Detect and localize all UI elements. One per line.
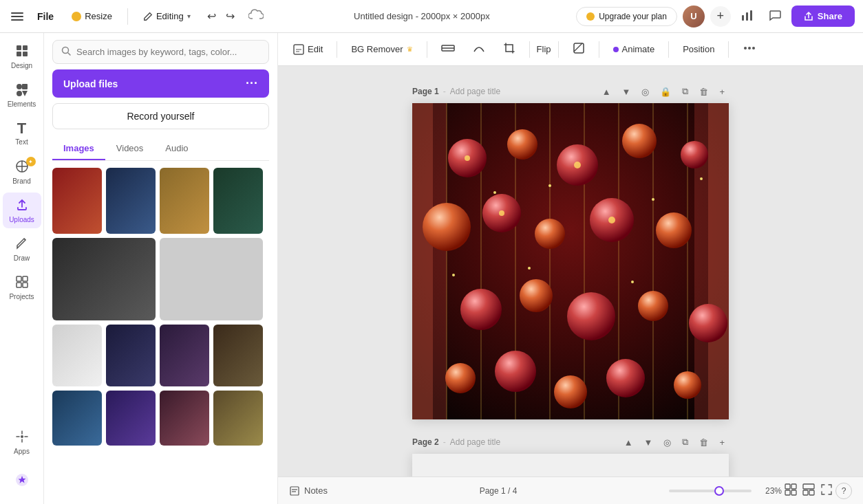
svg-point-44 xyxy=(423,203,471,251)
page-2-title-input[interactable]: Add page title xyxy=(450,437,500,447)
thumbnail-4[interactable] xyxy=(213,168,263,234)
editing-button[interactable]: Editing ▾ xyxy=(136,8,198,25)
thumbnail-3[interactable] xyxy=(160,168,209,234)
tab-audio[interactable]: Audio xyxy=(154,138,199,160)
main-area: Design Elements T Text xyxy=(0,33,863,504)
record-yourself-button[interactable]: Record yourself xyxy=(52,103,269,129)
layout-view-icon xyxy=(802,483,815,496)
page-1-up-button[interactable]: ▲ xyxy=(598,84,615,99)
sidebar-item-elements[interactable]: Elements xyxy=(3,77,41,113)
svg-rect-29 xyxy=(433,103,447,419)
page-2-copy-button[interactable]: ⧉ xyxy=(678,435,692,450)
page-1-visibility-button[interactable]: ◎ xyxy=(637,84,653,99)
page-1-label: Page 1 xyxy=(412,87,439,96)
analytics-button[interactable] xyxy=(736,4,758,29)
page-1-add-button[interactable]: + xyxy=(715,84,729,99)
grid-view-button[interactable] xyxy=(782,481,800,501)
svg-point-48 xyxy=(656,212,692,248)
svg-point-54 xyxy=(445,363,476,393)
tab-images[interactable]: Images xyxy=(52,138,105,160)
thumbnail-14[interactable] xyxy=(213,391,263,446)
svg-rect-4 xyxy=(23,45,28,50)
more-tools-button[interactable] xyxy=(736,37,763,62)
canvas-page-2[interactable]: Page 2 xyxy=(412,454,729,476)
svg-point-53 xyxy=(689,304,727,342)
thumbnail-9[interactable] xyxy=(160,325,209,386)
text-icon: T xyxy=(17,121,26,136)
hamburger-menu[interactable] xyxy=(8,10,26,23)
page-1-down-button[interactable]: ▼ xyxy=(618,84,635,99)
thumbnail-12[interactable] xyxy=(106,391,156,446)
search-input[interactable] xyxy=(76,47,260,57)
transparency-button[interactable] xyxy=(566,38,592,61)
page-1-title-input[interactable]: Add page title xyxy=(450,87,500,96)
svg-point-62 xyxy=(608,217,615,223)
thumbnail-13[interactable] xyxy=(160,391,209,446)
canvas-page-1[interactable] xyxy=(412,103,729,419)
undo-button[interactable]: ↩ xyxy=(203,6,220,27)
media-tabs: Images Videos Audio xyxy=(52,138,269,161)
cloud-save-button[interactable] xyxy=(244,5,268,28)
sidebar-item-uploads[interactable]: Uploads xyxy=(3,193,41,228)
page-2-add-button[interactable]: + xyxy=(715,435,729,450)
svg-point-64 xyxy=(548,184,551,187)
position-button[interactable]: Position xyxy=(676,41,721,58)
thumbnail-7[interactable] xyxy=(52,325,102,386)
upgrade-button[interactable]: Upgrade your plan xyxy=(576,7,677,26)
thumbnail-2[interactable] xyxy=(106,168,156,234)
comment-button[interactable] xyxy=(764,4,786,29)
redo-button[interactable]: ↪ xyxy=(222,6,239,27)
crop-button[interactable] xyxy=(496,38,522,61)
sidebar-item-draw[interactable]: Draw xyxy=(3,231,41,267)
animate-button[interactable]: Animate xyxy=(606,41,662,58)
tab-videos[interactable]: Videos xyxy=(105,138,155,160)
thumbnail-8[interactable] xyxy=(106,325,156,386)
zoom-slider[interactable] xyxy=(669,490,752,492)
avatar[interactable]: U xyxy=(683,6,705,28)
page-1-lock-button[interactable]: 🔒 xyxy=(656,84,675,99)
page-2-visibility-button[interactable]: ◎ xyxy=(659,435,675,450)
transparency-icon xyxy=(573,42,585,54)
thumbnail-6[interactable] xyxy=(160,238,263,320)
zoom-thumb[interactable] xyxy=(714,486,724,496)
bg-remover-button[interactable]: BG Remover ♛ xyxy=(344,41,419,58)
svg-point-7 xyxy=(17,84,22,89)
sep-5 xyxy=(599,41,599,58)
sidebar-item-apps[interactable]: Apps xyxy=(3,424,41,460)
page-2-up-button[interactable]: ▲ xyxy=(620,435,637,450)
thumbnail-5[interactable] xyxy=(52,238,156,320)
resize-button[interactable]: Resize xyxy=(65,8,119,25)
edit-button[interactable]: Edit xyxy=(286,41,330,58)
share-button[interactable]: Share xyxy=(791,6,855,27)
thumbnail-10[interactable] xyxy=(213,325,263,386)
add-button[interactable]: + xyxy=(710,6,731,27)
page-2-container: Page 2 - Add page title ▲ ▼ ◎ ⧉ 🗑 + xyxy=(412,430,729,476)
page-1-copy-button[interactable]: ⧉ xyxy=(678,84,692,99)
thumbnail-1[interactable] xyxy=(52,168,102,234)
sidebar-item-projects[interactable]: Projects xyxy=(3,270,41,305)
canvas-decoration-svg xyxy=(412,103,729,419)
sidebar-uploads-label: Uploads xyxy=(9,216,34,223)
notes-button[interactable]: Notes xyxy=(289,485,328,496)
svg-point-59 xyxy=(465,155,470,161)
file-button[interactable]: File xyxy=(32,8,59,25)
svg-rect-28 xyxy=(708,103,729,419)
sidebar-item-text[interactable]: T Text xyxy=(3,116,41,151)
sidebar-item-magic[interactable] xyxy=(3,463,41,498)
divider xyxy=(127,8,128,25)
thumbnail-11[interactable] xyxy=(52,391,102,446)
sidebar-item-brand[interactable]: Brand ✦ xyxy=(3,154,41,190)
svg-point-49 xyxy=(460,289,502,330)
upload-files-button[interactable]: Upload files ··· xyxy=(52,69,269,98)
page-1-delete-button[interactable]: 🗑 xyxy=(695,84,712,99)
layout-view-button[interactable] xyxy=(800,481,818,501)
page-2-down-button[interactable]: ▼ xyxy=(640,435,657,450)
page-2-delete-button[interactable]: 🗑 xyxy=(695,435,712,450)
help-button[interactable]: ? xyxy=(835,483,852,499)
svg-rect-3 xyxy=(17,45,21,50)
fullscreen-button[interactable] xyxy=(818,481,835,501)
curve-button[interactable] xyxy=(466,38,492,61)
canvas-scroll[interactable]: Page 1 - Add page title ▲ ▼ ◎ 🔒 ⧉ 🗑 + xyxy=(278,66,863,476)
lines-button[interactable] xyxy=(434,39,462,61)
sidebar-item-design[interactable]: Design xyxy=(3,39,41,74)
